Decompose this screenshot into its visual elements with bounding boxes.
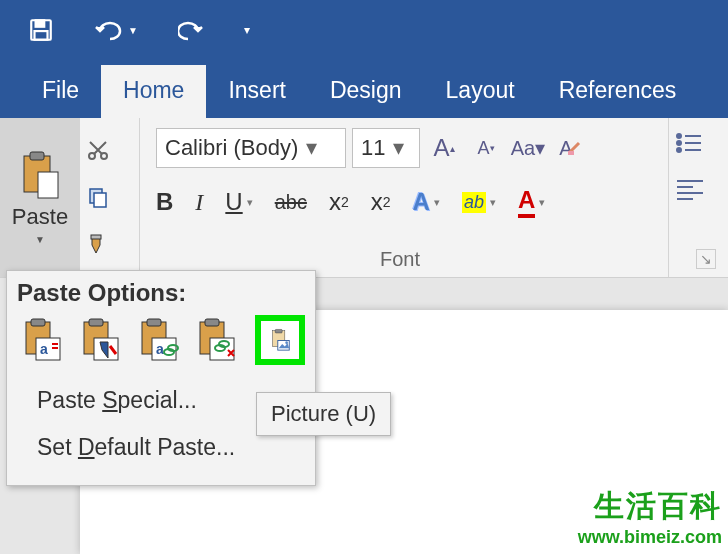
font-color-button[interactable]: A▾ — [518, 186, 545, 218]
svg-rect-27 — [89, 319, 103, 326]
svg-rect-5 — [38, 172, 58, 198]
font-dialog-launcher-icon[interactable]: ↘ — [696, 249, 716, 269]
shrink-font-icon[interactable]: A▾ — [468, 130, 504, 166]
paste-label: Paste — [12, 204, 68, 230]
tab-design[interactable]: Design — [308, 65, 424, 118]
clipboard-group: Paste ▼ — [0, 118, 140, 277]
svg-rect-4 — [30, 152, 44, 160]
undo-icon[interactable]: ▼ — [94, 19, 138, 41]
highlight-button[interactable]: ab▾ — [462, 192, 496, 213]
tab-file[interactable]: File — [20, 65, 101, 118]
svg-rect-23 — [31, 319, 45, 326]
chevron-down-icon: ▾ — [393, 135, 404, 161]
italic-button[interactable]: I — [195, 189, 203, 216]
superscript-button[interactable]: x2 — [371, 188, 391, 216]
svg-text:a: a — [40, 341, 48, 357]
svg-text:a: a — [156, 341, 164, 357]
underline-button[interactable]: U▾ — [225, 188, 252, 216]
clear-format-icon[interactable]: A — [552, 130, 588, 166]
paste-options-title: Paste Options: — [17, 279, 305, 307]
svg-point-43 — [285, 341, 288, 344]
text-effects-button[interactable]: A▾ — [413, 188, 440, 216]
tab-insert[interactable]: Insert — [206, 65, 308, 118]
clipboard-tools — [80, 118, 116, 277]
tab-layout[interactable]: Layout — [424, 65, 537, 118]
font-name-select[interactable]: Calibri (Body)▾ — [156, 128, 346, 168]
font-size-select[interactable]: 11▾ — [352, 128, 420, 168]
align-left-icon[interactable] — [675, 178, 722, 200]
redo-icon[interactable] — [178, 19, 204, 41]
copy-icon[interactable] — [86, 185, 110, 209]
ribbon-tabs: File Home Insert Design Layout Reference… — [0, 60, 728, 118]
paste-merge-formatting-icon[interactable] — [75, 315, 125, 365]
paste-use-destination-styles-icon[interactable] — [191, 315, 241, 365]
paste-picture-icon[interactable] — [255, 315, 305, 365]
quick-access-toolbar: ▼ ▾ — [0, 0, 728, 60]
svg-rect-1 — [36, 20, 45, 27]
svg-rect-10 — [91, 235, 101, 239]
svg-rect-9 — [94, 193, 106, 207]
bullets-icon[interactable] — [675, 132, 722, 154]
tab-references[interactable]: References — [537, 65, 699, 118]
chevron-down-icon: ▾ — [306, 135, 317, 161]
strikethrough-button[interactable]: abc — [275, 191, 307, 214]
watermark-url: www.bimeiz.com — [578, 527, 722, 548]
svg-point-16 — [677, 148, 681, 152]
cut-icon[interactable] — [86, 138, 110, 162]
svg-point-14 — [677, 141, 681, 145]
ribbon-home: Paste ▼ Calibri (Body)▾ 11▾ A▴ A▾ Aa▾ A … — [0, 118, 728, 278]
bold-button[interactable]: B — [156, 188, 173, 216]
paste-options-popup: Paste Options: a a Paste Special... Set … — [6, 270, 316, 486]
change-case-icon[interactable]: Aa▾ — [510, 130, 546, 166]
tab-home[interactable]: Home — [101, 65, 206, 118]
subscript-button[interactable]: x2 — [329, 188, 349, 216]
watermark-title: 生活百科 — [578, 486, 722, 527]
svg-rect-11 — [568, 151, 574, 155]
format-painter-icon[interactable] — [86, 233, 110, 257]
paste-keep-link-icon[interactable]: a — [133, 315, 183, 365]
svg-rect-30 — [147, 319, 161, 326]
font-group-label: Font — [380, 248, 420, 271]
paste-keep-source-formatting-icon[interactable]: a — [17, 315, 67, 365]
svg-rect-2 — [35, 31, 48, 40]
svg-rect-41 — [275, 329, 282, 333]
paste-button[interactable]: Paste ▼ — [0, 118, 80, 277]
svg-rect-36 — [205, 319, 219, 326]
grow-font-icon[interactable]: A▴ — [426, 130, 462, 166]
watermark: 生活百科 www.bimeiz.com — [578, 486, 722, 548]
font-group: Calibri (Body)▾ 11▾ A▴ A▾ Aa▾ A B I U▾ a… — [140, 118, 668, 277]
tooltip-picture: Picture (U) — [256, 392, 391, 436]
save-icon[interactable] — [28, 17, 54, 43]
customize-qat-icon[interactable]: ▾ — [244, 23, 250, 37]
svg-point-12 — [677, 134, 681, 138]
